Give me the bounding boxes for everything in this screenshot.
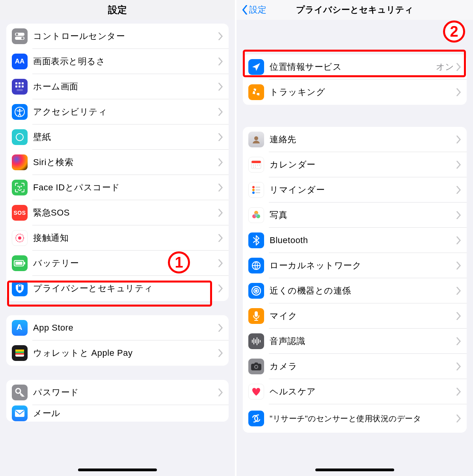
chevron-right-icon [456, 236, 461, 244]
row-calendar[interactable]: カレンダー [243, 152, 467, 177]
right-scroll[interactable]: 位置情報サービス オン トラッキング 連絡先 [236, 20, 473, 433]
svg-rect-42 [255, 192, 260, 193]
svg-rect-52 [252, 340, 253, 343]
svg-rect-24 [15, 351, 24, 353]
back-button[interactable]: 設定 [242, 4, 266, 16]
svg-point-41 [252, 192, 255, 194]
svg-point-17 [18, 236, 21, 240]
row-label: リマインダー [270, 184, 456, 196]
row-label: カレンダー [270, 159, 456, 171]
svg-rect-40 [255, 190, 260, 190]
row-privacy[interactable]: プライバシーとセキュリティ [6, 276, 229, 301]
chevron-right-icon [456, 337, 461, 345]
chevron-right-icon [218, 324, 223, 332]
svg-point-12 [19, 109, 20, 110]
row-sos[interactable]: SOS 緊急SOS [6, 200, 229, 225]
left-scroll[interactable]: コントロールセンター AA 画面表示と明るさ ホーム画面 アクセシビリティ [0, 20, 235, 422]
row-label: 画面表示と明るさ [33, 56, 218, 67]
row-passwords[interactable]: パスワード [6, 380, 229, 405]
chevron-right-icon [218, 184, 223, 192]
svg-point-36 [255, 167, 256, 167]
row-nearby[interactable]: 近くの機器との連係 [243, 278, 467, 303]
svg-point-34 [259, 165, 260, 165]
row-accessibility[interactable]: アクセシビリティ [6, 99, 229, 125]
siri-icon [12, 154, 28, 170]
chevron-right-icon [218, 158, 223, 166]
back-label: 設定 [249, 4, 266, 16]
svg-rect-19 [15, 262, 22, 265]
r-group-1: 位置情報サービス オン トラッキング [243, 54, 467, 105]
row-label: マイク [270, 310, 456, 322]
row-label: メール [33, 407, 223, 419]
row-label: コントロールセンター [33, 30, 218, 42]
svg-point-33 [257, 165, 258, 165]
row-display[interactable]: AA 画面表示と明るさ [6, 49, 229, 74]
row-control-center[interactable]: コントロールセンター [6, 24, 229, 49]
chevron-right-icon [456, 161, 461, 169]
svg-point-15 [21, 186, 22, 187]
row-appstore[interactable]: App Store [6, 315, 229, 340]
photos-icon [248, 207, 264, 223]
privacy-icon [12, 281, 28, 296]
speech-icon [248, 333, 264, 349]
row-photos[interactable]: 写真 [243, 203, 467, 228]
health-icon [248, 384, 264, 400]
row-microphone[interactable]: マイク [243, 303, 467, 329]
row-label: ローカルネットワーク [270, 260, 456, 271]
left-header: 設定 [0, 0, 235, 20]
row-bluetooth[interactable]: Bluetooth [243, 228, 467, 253]
row-localnet[interactable]: ローカルネットワーク [243, 253, 467, 278]
tracking-icon [248, 84, 264, 100]
svg-rect-7 [15, 86, 17, 87]
row-siri[interactable]: Siriと検索 [6, 150, 229, 175]
pane-settings: 設定 コントロールセンター AA 画面表示と明るさ ホーム画面 [0, 0, 236, 476]
pane-privacy: 設定 プライバシーとセキュリティ 位置情報サービス オン トラッキング [236, 0, 473, 476]
nearby-icon [248, 283, 264, 299]
location-icon [248, 59, 264, 75]
row-label: パスワード [33, 387, 218, 398]
row-label: 写真 [270, 209, 456, 221]
svg-rect-27 [15, 410, 24, 417]
left-title: 設定 [108, 4, 127, 16]
sos-icon: SOS [12, 205, 28, 221]
row-camera[interactable]: カメラ [243, 354, 467, 379]
row-label: 接触通知 [33, 232, 218, 244]
chevron-right-icon [218, 209, 223, 217]
row-reminders[interactable]: リマインダー [243, 177, 467, 203]
svg-point-31 [253, 165, 254, 165]
battery-icon [12, 255, 28, 271]
chevron-right-icon [456, 136, 461, 143]
svg-rect-8 [19, 86, 20, 87]
chevron-right-icon [456, 63, 461, 71]
row-mail[interactable]: メール [6, 405, 229, 422]
svg-point-37 [252, 186, 255, 188]
row-tracking[interactable]: トラッキング [243, 80, 467, 105]
chevron-right-icon [456, 88, 461, 96]
row-faceid[interactable]: Face IDとパスコード [6, 175, 229, 200]
row-home-screen[interactable]: ホーム画面 [6, 74, 229, 99]
accessibility-icon [12, 104, 28, 120]
row-label: ウォレットと Apple Pay [33, 347, 218, 359]
row-label: Siriと検索 [33, 156, 218, 168]
chevron-right-icon [456, 186, 461, 194]
chevron-right-icon [218, 32, 223, 40]
row-wallpaper[interactable]: 壁紙 [6, 125, 229, 150]
chevron-right-icon [456, 415, 461, 422]
row-location[interactable]: 位置情報サービス オン [243, 54, 467, 80]
row-speech[interactable]: 音声認識 [243, 329, 467, 354]
row-wallet[interactable]: ウォレットと Apple Pay [6, 340, 229, 366]
svg-rect-5 [19, 82, 20, 84]
row-research[interactable]: "リサーチ"のセンサーと使用状況のデータ [243, 404, 467, 433]
chevron-right-icon [218, 58, 223, 65]
row-exposure[interactable]: 接触通知 [6, 225, 229, 251]
row-label: 音声認識 [270, 335, 456, 347]
row-battery[interactable]: バッテリー [6, 251, 229, 276]
control-center-icon [12, 28, 28, 44]
row-label: 緊急SOS [33, 207, 218, 219]
group-1: コントロールセンター AA 画面表示と明るさ ホーム画面 アクセシビリティ [6, 24, 229, 301]
row-health[interactable]: ヘルスケア [243, 379, 467, 404]
svg-rect-21 [18, 286, 21, 290]
row-contacts[interactable]: 連絡先 [243, 127, 467, 152]
svg-point-3 [21, 37, 24, 39]
svg-rect-38 [255, 187, 260, 188]
